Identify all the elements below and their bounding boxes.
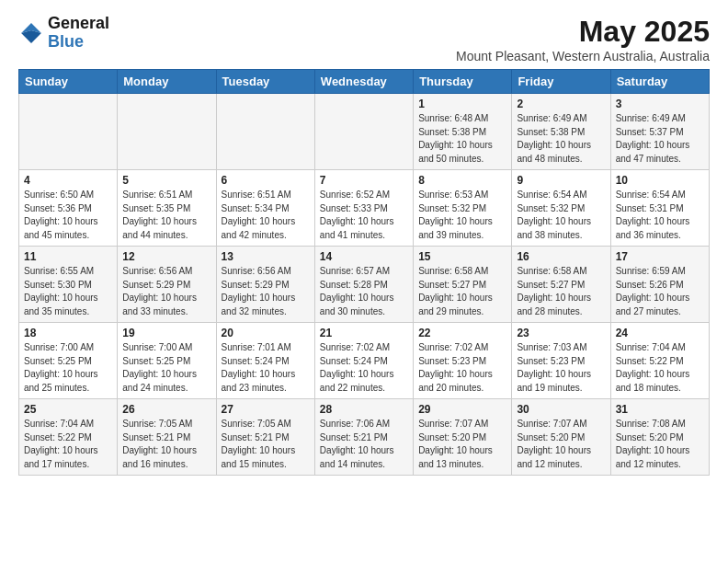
day-info: Sunrise: 7:00 AM Sunset: 5:25 PM Dayligh… bbox=[122, 341, 210, 395]
day-info: Sunrise: 6:49 AM Sunset: 5:38 PM Dayligh… bbox=[517, 112, 605, 166]
day-number: 8 bbox=[418, 174, 506, 187]
logo-general: General bbox=[48, 14, 109, 32]
header-cell-sunday: Sunday bbox=[19, 70, 118, 94]
week-row-3: 11Sunrise: 6:55 AM Sunset: 5:30 PM Dayli… bbox=[19, 247, 710, 323]
day-info: Sunrise: 6:50 AM Sunset: 5:36 PM Dayligh… bbox=[24, 189, 112, 242]
day-number: 12 bbox=[122, 250, 210, 263]
day-cell bbox=[216, 94, 314, 170]
day-cell: 14Sunrise: 6:57 AM Sunset: 5:28 PM Dayli… bbox=[314, 247, 413, 323]
day-cell: 18Sunrise: 7:00 AM Sunset: 5:25 PM Dayli… bbox=[19, 323, 118, 399]
location-title: Mount Pleasant, Western Australia, Austr… bbox=[456, 49, 710, 63]
day-number: 25 bbox=[24, 403, 112, 416]
header-cell-wednesday: Wednesday bbox=[314, 70, 413, 94]
day-cell: 4Sunrise: 6:50 AM Sunset: 5:36 PM Daylig… bbox=[19, 170, 118, 247]
day-number: 11 bbox=[24, 250, 112, 263]
day-number: 26 bbox=[122, 403, 210, 416]
day-info: Sunrise: 6:54 AM Sunset: 5:31 PM Dayligh… bbox=[616, 189, 704, 242]
logo-blue: Blue bbox=[48, 32, 84, 51]
day-info: Sunrise: 7:06 AM Sunset: 5:21 PM Dayligh… bbox=[320, 418, 408, 471]
day-number: 2 bbox=[517, 98, 605, 110]
day-number: 14 bbox=[320, 250, 408, 263]
week-row-5: 25Sunrise: 7:04 AM Sunset: 5:22 PM Dayli… bbox=[19, 399, 710, 476]
day-info: Sunrise: 6:51 AM Sunset: 5:35 PM Dayligh… bbox=[122, 189, 210, 242]
day-number: 3 bbox=[616, 98, 704, 110]
day-cell: 26Sunrise: 7:05 AM Sunset: 5:21 PM Dayli… bbox=[118, 399, 216, 476]
day-number: 27 bbox=[222, 403, 310, 416]
day-number: 19 bbox=[122, 327, 210, 339]
day-info: Sunrise: 6:59 AM Sunset: 5:26 PM Dayligh… bbox=[616, 265, 704, 318]
day-cell: 22Sunrise: 7:02 AM Sunset: 5:23 PM Dayli… bbox=[414, 323, 512, 399]
day-info: Sunrise: 6:53 AM Sunset: 5:32 PM Dayligh… bbox=[418, 189, 506, 242]
day-cell: 30Sunrise: 7:07 AM Sunset: 5:20 PM Dayli… bbox=[512, 399, 610, 476]
day-info: Sunrise: 7:03 AM Sunset: 5:23 PM Dayligh… bbox=[517, 341, 605, 395]
day-number: 18 bbox=[24, 327, 112, 339]
day-cell: 11Sunrise: 6:55 AM Sunset: 5:30 PM Dayli… bbox=[19, 247, 118, 323]
day-number: 6 bbox=[222, 174, 310, 187]
title-block: May 2025 Mount Pleasant, Western Austral… bbox=[456, 15, 710, 63]
day-number: 24 bbox=[616, 327, 704, 339]
day-number: 15 bbox=[418, 250, 506, 263]
day-number: 4 bbox=[24, 174, 112, 187]
day-cell: 19Sunrise: 7:00 AM Sunset: 5:25 PM Dayli… bbox=[118, 323, 216, 399]
day-cell: 20Sunrise: 7:01 AM Sunset: 5:24 PM Dayli… bbox=[216, 323, 314, 399]
logo-text: General Blue bbox=[48, 15, 109, 52]
day-info: Sunrise: 6:55 AM Sunset: 5:30 PM Dayligh… bbox=[24, 265, 112, 318]
day-info: Sunrise: 7:00 AM Sunset: 5:25 PM Dayligh… bbox=[24, 341, 112, 395]
day-cell: 2Sunrise: 6:49 AM Sunset: 5:38 PM Daylig… bbox=[512, 94, 610, 170]
day-cell: 5Sunrise: 6:51 AM Sunset: 5:35 PM Daylig… bbox=[118, 170, 216, 247]
day-info: Sunrise: 7:05 AM Sunset: 5:21 PM Dayligh… bbox=[122, 418, 210, 471]
header-cell-monday: Monday bbox=[118, 70, 216, 94]
day-number: 5 bbox=[122, 174, 210, 187]
day-number: 22 bbox=[418, 327, 506, 339]
day-cell bbox=[118, 94, 216, 170]
day-cell: 16Sunrise: 6:58 AM Sunset: 5:27 PM Dayli… bbox=[512, 247, 610, 323]
day-info: Sunrise: 6:52 AM Sunset: 5:33 PM Dayligh… bbox=[320, 189, 408, 242]
week-row-1: 1Sunrise: 6:48 AM Sunset: 5:38 PM Daylig… bbox=[19, 94, 710, 170]
day-cell: 29Sunrise: 7:07 AM Sunset: 5:20 PM Dayli… bbox=[414, 399, 512, 476]
day-number: 20 bbox=[222, 327, 310, 339]
day-cell: 27Sunrise: 7:05 AM Sunset: 5:21 PM Dayli… bbox=[216, 399, 314, 476]
day-cell: 3Sunrise: 6:49 AM Sunset: 5:37 PM Daylig… bbox=[610, 94, 709, 170]
header-cell-tuesday: Tuesday bbox=[216, 70, 314, 94]
calendar-table: SundayMondayTuesdayWednesdayThursdayFrid… bbox=[18, 69, 710, 476]
day-cell: 15Sunrise: 6:58 AM Sunset: 5:27 PM Dayli… bbox=[414, 247, 512, 323]
day-info: Sunrise: 6:56 AM Sunset: 5:29 PM Dayligh… bbox=[222, 265, 310, 318]
day-cell: 9Sunrise: 6:54 AM Sunset: 5:32 PM Daylig… bbox=[512, 170, 610, 247]
header-cell-friday: Friday bbox=[512, 70, 610, 94]
day-cell bbox=[314, 94, 413, 170]
day-cell: 21Sunrise: 7:02 AM Sunset: 5:24 PM Dayli… bbox=[314, 323, 413, 399]
day-number: 21 bbox=[320, 327, 408, 339]
week-row-4: 18Sunrise: 7:00 AM Sunset: 5:25 PM Dayli… bbox=[19, 323, 710, 399]
calendar-header: SundayMondayTuesdayWednesdayThursdayFrid… bbox=[19, 70, 710, 94]
day-info: Sunrise: 7:02 AM Sunset: 5:23 PM Dayligh… bbox=[418, 341, 506, 395]
day-info: Sunrise: 6:51 AM Sunset: 5:34 PM Dayligh… bbox=[222, 189, 310, 242]
day-number: 7 bbox=[320, 174, 408, 187]
day-cell: 1Sunrise: 6:48 AM Sunset: 5:38 PM Daylig… bbox=[414, 94, 512, 170]
day-info: Sunrise: 7:08 AM Sunset: 5:20 PM Dayligh… bbox=[616, 418, 704, 471]
day-cell: 12Sunrise: 6:56 AM Sunset: 5:29 PM Dayli… bbox=[118, 247, 216, 323]
day-info: Sunrise: 7:01 AM Sunset: 5:24 PM Dayligh… bbox=[222, 341, 310, 395]
day-number: 28 bbox=[320, 403, 408, 416]
logo-icon bbox=[18, 20, 44, 46]
day-number: 9 bbox=[517, 174, 605, 187]
day-number: 13 bbox=[222, 250, 310, 263]
month-title: May 2025 bbox=[456, 15, 710, 49]
day-cell: 25Sunrise: 7:04 AM Sunset: 5:22 PM Dayli… bbox=[19, 399, 118, 476]
day-number: 1 bbox=[418, 98, 506, 110]
day-number: 16 bbox=[517, 250, 605, 263]
day-info: Sunrise: 7:05 AM Sunset: 5:21 PM Dayligh… bbox=[222, 418, 310, 471]
day-info: Sunrise: 6:49 AM Sunset: 5:37 PM Dayligh… bbox=[616, 112, 704, 166]
page-header: General Blue May 2025 Mount Pleasant, We… bbox=[18, 15, 710, 63]
header-cell-saturday: Saturday bbox=[610, 70, 709, 94]
header-row: SundayMondayTuesdayWednesdayThursdayFrid… bbox=[19, 70, 710, 94]
day-info: Sunrise: 6:58 AM Sunset: 5:27 PM Dayligh… bbox=[418, 265, 506, 318]
day-number: 30 bbox=[517, 403, 605, 416]
day-cell: 17Sunrise: 6:59 AM Sunset: 5:26 PM Dayli… bbox=[610, 247, 709, 323]
day-cell: 6Sunrise: 6:51 AM Sunset: 5:34 PM Daylig… bbox=[216, 170, 314, 247]
day-info: Sunrise: 7:02 AM Sunset: 5:24 PM Dayligh… bbox=[320, 341, 408, 395]
day-cell bbox=[19, 94, 118, 170]
day-info: Sunrise: 7:07 AM Sunset: 5:20 PM Dayligh… bbox=[517, 418, 605, 471]
day-number: 29 bbox=[418, 403, 506, 416]
day-info: Sunrise: 7:07 AM Sunset: 5:20 PM Dayligh… bbox=[418, 418, 506, 471]
day-cell: 23Sunrise: 7:03 AM Sunset: 5:23 PM Dayli… bbox=[512, 323, 610, 399]
